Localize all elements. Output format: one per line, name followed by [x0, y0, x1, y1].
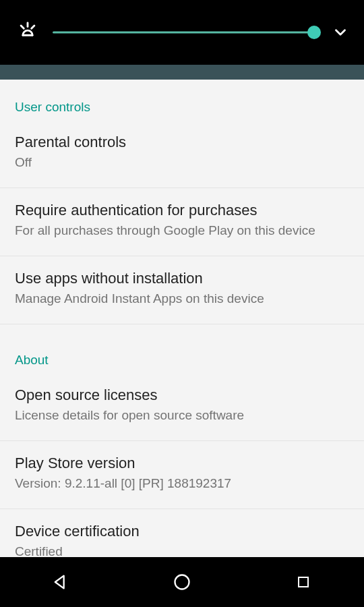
item-subtitle: Off [15, 154, 349, 171]
item-title: Play Store version [15, 453, 349, 473]
item-subtitle: Version: 9.2.11-all [0] [PR] 188192317 [15, 475, 349, 492]
app-bar [0, 65, 364, 80]
volume-slider[interactable] [53, 22, 314, 42]
expand-icon[interactable] [329, 21, 352, 44]
svg-marker-3 [55, 576, 64, 589]
home-button[interactable] [158, 562, 206, 602]
item-parental-controls[interactable]: Parental controls Off [0, 120, 364, 188]
item-title: Parental controls [15, 132, 349, 152]
item-open-source[interactable]: Open source licenses License details for… [0, 373, 364, 441]
svg-line-2 [32, 26, 34, 28]
category-user-controls: User controls [0, 80, 364, 120]
item-require-auth[interactable]: Require authentication for purchases For… [0, 188, 364, 256]
item-play-store-version[interactable]: Play Store version Version: 9.2.11-all [… [0, 441, 364, 509]
item-title: Use apps without installation [15, 268, 349, 289]
item-title: Open source licenses [15, 385, 349, 405]
category-about: About [0, 333, 364, 373]
navigation-bar [0, 557, 364, 607]
item-subtitle: For all purchases through Google Play on… [15, 222, 349, 239]
volume-panel [0, 0, 364, 65]
item-device-certification[interactable]: Device certification Certified [0, 509, 364, 557]
item-subtitle: Certified [15, 543, 349, 557]
item-subtitle: Manage Android Instant Apps on this devi… [15, 290, 349, 308]
ringer-icon [12, 17, 43, 48]
item-subtitle: License details for open source software [15, 407, 349, 424]
item-title: Require authentication for purchases [15, 200, 349, 221]
svg-line-1 [21, 26, 24, 28]
svg-point-4 [175, 575, 189, 589]
volume-thumb[interactable] [307, 26, 321, 39]
settings-list[interactable]: User controls Parental controls Off Requ… [0, 80, 364, 557]
volume-track [53, 32, 314, 34]
recent-apps-button[interactable] [279, 562, 328, 602]
svg-rect-5 [299, 577, 308, 587]
back-button[interactable] [36, 562, 85, 602]
item-title: Device certification [15, 521, 349, 542]
item-instant-apps[interactable]: Use apps without installation Manage And… [0, 256, 364, 324]
